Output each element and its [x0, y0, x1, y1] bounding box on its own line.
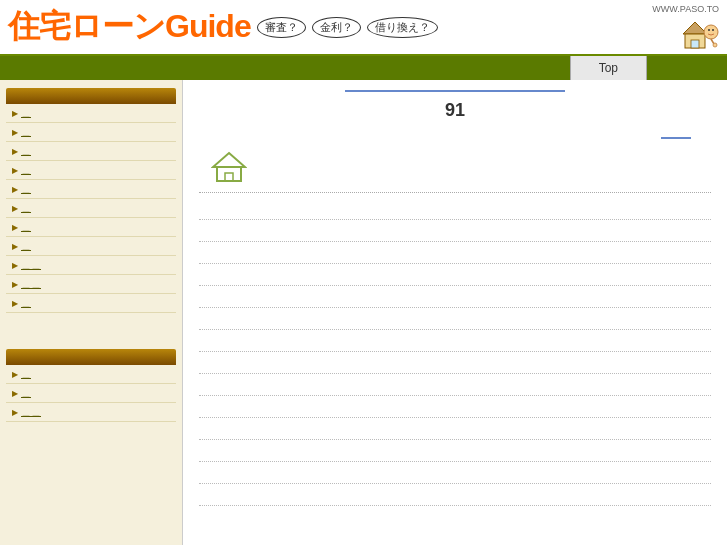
sidebar-item-s2-2-label: ＿	[21, 386, 31, 400]
arrow-icon: ▶	[12, 204, 18, 213]
sidebar-item-10[interactable]: ▶ ＿＿	[6, 275, 176, 294]
content-row-9	[199, 374, 711, 396]
svg-point-5	[712, 29, 714, 31]
content-sub-underline	[661, 137, 691, 139]
sidebar-item-6[interactable]: ▶ ＿	[6, 199, 176, 218]
sidebar-item-1[interactable]: ▶ ＿	[6, 104, 176, 123]
content-number: 91	[199, 100, 711, 121]
arrow-icon: ▶	[12, 147, 18, 156]
sidebar-item-3-label: ＿	[21, 144, 31, 158]
svg-rect-9	[217, 167, 241, 181]
sidebar-item-4[interactable]: ▶ ＿	[6, 161, 176, 180]
sidebar-item-7-label: ＿	[21, 220, 31, 234]
svg-marker-0	[683, 22, 707, 34]
header-right: WWW.PASO.TO	[652, 4, 719, 56]
arrow-icon: ▶	[12, 223, 18, 232]
arrow-icon: ▶	[12, 408, 18, 417]
arrow-icon: ▶	[12, 389, 18, 398]
content-row-6	[199, 308, 711, 330]
content-row-13	[199, 462, 711, 484]
sidebar-item-s2-3[interactable]: ▶ ＿＿	[6, 403, 176, 422]
arrow-icon: ▶	[12, 280, 18, 289]
sidebar-item-7[interactable]: ▶ ＿	[6, 218, 176, 237]
svg-point-7	[713, 43, 717, 47]
sidebar: ▶ ＿ ▶ ＿ ▶ ＿ ▶ ＿ ▶ ＿ ▶ ＿	[0, 80, 182, 545]
sidebar-item-s2-1-label: ＿	[21, 367, 31, 381]
sidebar-section-2: ▶ ＿ ▶ ＿ ▶ ＿＿	[6, 349, 176, 422]
home-icon-area	[211, 151, 711, 187]
content-row-3	[199, 242, 711, 264]
sidebar-item-8-label: ＿	[21, 239, 31, 253]
sidebar-item-s2-1[interactable]: ▶ ＿	[6, 365, 176, 384]
sidebar-item-5-label: ＿	[21, 182, 31, 196]
arrow-icon: ▶	[12, 128, 18, 137]
content-sub-line-area	[199, 125, 711, 143]
sidebar-item-11-label: ＿	[21, 296, 31, 310]
content-row-7	[199, 330, 711, 352]
content-row-2	[199, 220, 711, 242]
sidebar-item-3[interactable]: ▶ ＿	[6, 142, 176, 161]
arrow-icon: ▶	[12, 299, 18, 308]
sidebar-gap	[0, 321, 182, 341]
sidebar-item-10-label: ＿＿	[21, 277, 41, 291]
sidebar-item-6-label: ＿	[21, 201, 31, 215]
header: 住宅ローンGuide 審査？ 金利？ 借り換え？ WWW.PASO.TO	[0, 0, 727, 56]
badge-karikae[interactable]: 借り換え？	[367, 17, 438, 38]
logo: 住宅ローンGuide	[8, 5, 251, 49]
content-row-5	[199, 286, 711, 308]
svg-rect-2	[691, 40, 699, 48]
sidebar-item-8[interactable]: ▶ ＿	[6, 237, 176, 256]
content-row-4	[199, 264, 711, 286]
sidebar-item-9[interactable]: ▶ ＿＿	[6, 256, 176, 275]
divider-1	[199, 192, 711, 193]
sidebar-item-s2-2[interactable]: ▶ ＿	[6, 384, 176, 403]
content-row-1	[199, 198, 711, 220]
arrow-icon: ▶	[12, 261, 18, 270]
sidebar-item-2[interactable]: ▶ ＿	[6, 123, 176, 142]
svg-point-4	[708, 29, 710, 31]
arrow-icon: ▶	[12, 109, 18, 118]
home-icon	[211, 151, 247, 183]
content-row-14	[199, 484, 711, 506]
content-row-10	[199, 396, 711, 418]
sidebar-item-s2-3-label: ＿＿	[21, 405, 41, 419]
arrow-icon: ▶	[12, 185, 18, 194]
navbar: Top	[0, 56, 727, 80]
badge-kinri[interactable]: 金利？	[312, 17, 361, 38]
content-row-11	[199, 418, 711, 440]
sidebar-item-5[interactable]: ▶ ＿	[6, 180, 176, 199]
badge-shinsa[interactable]: 審査？	[257, 17, 306, 38]
arrow-icon: ▶	[12, 370, 18, 379]
content-title-underline	[345, 90, 565, 92]
sidebar-section-2-header	[6, 349, 176, 365]
svg-rect-10	[225, 173, 233, 181]
content-area: 91	[182, 80, 727, 545]
svg-marker-8	[213, 153, 245, 167]
sidebar-item-4-label: ＿	[21, 163, 31, 177]
sidebar-item-1-label: ＿	[21, 106, 31, 120]
sidebar-item-9-label: ＿＿	[21, 258, 41, 272]
arrow-icon: ▶	[12, 166, 18, 175]
sidebar-section-1-header	[6, 88, 176, 104]
content-row-12	[199, 440, 711, 462]
svg-point-3	[704, 25, 718, 39]
mascot-icon	[671, 16, 719, 56]
main-layout: ▶ ＿ ▶ ＿ ▶ ＿ ▶ ＿ ▶ ＿ ▶ ＿	[0, 80, 727, 545]
sidebar-section-1: ▶ ＿ ▶ ＿ ▶ ＿ ▶ ＿ ▶ ＿ ▶ ＿	[6, 88, 176, 313]
sidebar-item-2-label: ＿	[21, 125, 31, 139]
sidebar-item-11[interactable]: ▶ ＿	[6, 294, 176, 313]
top-link[interactable]: Top	[570, 56, 647, 80]
site-url: WWW.PASO.TO	[652, 4, 719, 14]
arrow-icon: ▶	[12, 242, 18, 251]
content-row-8	[199, 352, 711, 374]
